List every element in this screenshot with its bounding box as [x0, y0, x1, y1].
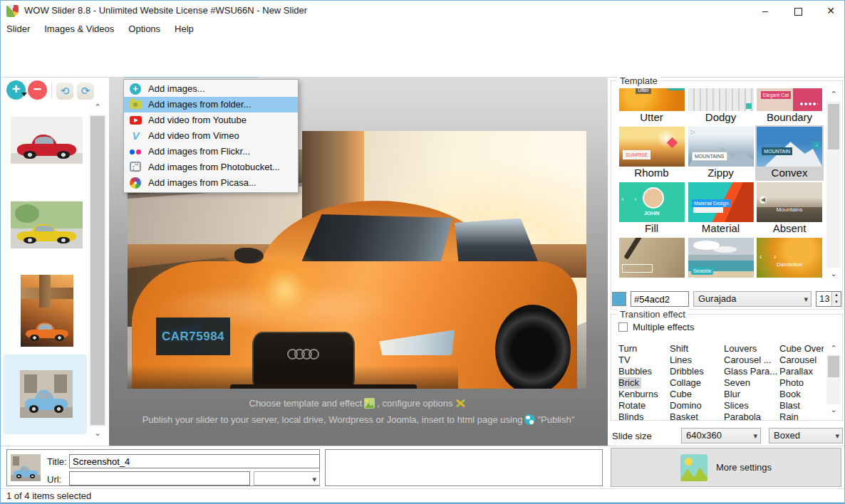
maximize-button[interactable] [786, 1, 810, 21]
effect-item[interactable]: Seven [724, 377, 779, 389]
effect-item[interactable]: Cube [670, 389, 724, 400]
effect-item[interactable]: Blinds [618, 411, 670, 420]
scroll-up-icon[interactable]: ⌃ [89, 100, 106, 115]
menu-add-images-from-folder[interactable]: Add images from folder... [124, 97, 298, 112]
sidebar-scrollbar[interactable]: ⌃ ⌄ [89, 100, 106, 441]
description-box[interactable] [325, 449, 603, 486]
scroll-up-icon[interactable]: ⌃ [826, 343, 841, 355]
menu-add-video-youtube[interactable]: Add video from Youtube [124, 112, 298, 128]
remove-slide-button[interactable]: − [28, 80, 47, 100]
effect-item-brick-selected[interactable]: Brick [618, 377, 641, 389]
url-target-select[interactable] [254, 471, 320, 485]
effect-item[interactable]: Photo [779, 377, 824, 389]
menu-images-videos[interactable]: Images & Videos [37, 21, 121, 38]
template-item-row4-1[interactable] [617, 236, 686, 280]
photobucket-icon [130, 162, 141, 172]
template-item-fill[interactable]: JOHN Fill [617, 181, 686, 236]
add-slide-button[interactable]: + [6, 80, 26, 100]
close-button[interactable]: ✕ [819, 1, 843, 21]
multiple-effects-checkbox[interactable] [618, 322, 628, 332]
app-window: WOW Slider 8.8 - Unlimited Website Licen… [0, 0, 845, 504]
effect-item[interactable]: Lines [670, 355, 724, 366]
scrollbar-thumb[interactable] [828, 104, 839, 149]
menu-add-images-photobucket[interactable]: Add images from Photobucket... [124, 159, 298, 175]
effect-item[interactable]: Blast [779, 400, 824, 411]
effect-item[interactable]: Parabola [724, 411, 779, 420]
effect-item[interactable]: Kenburns [618, 389, 670, 400]
effects-scrollbar[interactable]: ⌃ ⌄ [826, 343, 841, 416]
slide-mode-select[interactable]: Boxed [769, 428, 843, 443]
menu-add-video-vimeo[interactable]: V Add video from Vimeo [124, 128, 298, 144]
template-chip: Mountains [757, 206, 822, 214]
slide-thumbnail-blue-compact-car[interactable] [20, 370, 73, 418]
effect-item[interactable]: Basket [670, 411, 724, 420]
template-item-utter[interactable]: Utter Utter [617, 88, 686, 125]
effect-item[interactable]: Rain [779, 411, 824, 420]
multiple-effects-label: Multiple effects [633, 322, 694, 333]
effect-item[interactable]: Dribbles [670, 366, 724, 377]
template-item-row4-3[interactable]: Dandelion [755, 236, 824, 280]
slide-size-select[interactable]: 640x360 [681, 428, 761, 443]
slide-caption[interactable]: CAR75984 [156, 317, 230, 355]
menu-item-label: Add images from Photobucket... [148, 162, 280, 172]
template-item-boundary[interactable]: Elegant Cat Boundary [755, 88, 824, 125]
more-settings-button[interactable]: More settings [611, 448, 841, 487]
effect-item[interactable]: Slices [724, 400, 779, 411]
effect-item[interactable]: Bubbles [618, 366, 670, 377]
effect-item[interactable]: Blur [724, 389, 779, 400]
effect-item[interactable]: Carousel [779, 355, 824, 366]
scroll-up-icon[interactable]: ⌃ [826, 88, 841, 101]
caption-font-select[interactable]: Gurajada [693, 291, 812, 307]
menu-slider[interactable]: Slider [6, 21, 37, 38]
menu-item-label: Add images from Picasa... [148, 177, 256, 188]
url-input[interactable] [69, 471, 250, 485]
caption-color-input[interactable] [631, 291, 689, 307]
url-label: Url: [47, 474, 61, 485]
hint-text: Publish your slider to your server, loca… [142, 414, 523, 425]
effect-item[interactable]: Shift [670, 343, 724, 355]
slide-thumbnail-yellow-sports-car[interactable] [11, 201, 83, 248]
effect-item[interactable]: Collage [670, 377, 724, 389]
template-scrollbar[interactable]: ⌃ ⌄ [826, 88, 841, 280]
spinner-up-icon[interactable]: ▲ [831, 292, 841, 299]
scrollbar-thumb[interactable] [828, 356, 839, 377]
font-size-spinner[interactable]: 13 ▲ ▼ [816, 291, 841, 307]
menu-add-images[interactable]: + Add images... [124, 81, 298, 97]
effect-item[interactable]: TV [618, 355, 670, 366]
menu-options[interactable]: Options [121, 21, 167, 38]
globe-icon [524, 414, 535, 425]
scroll-down-icon[interactable]: ⌄ [89, 426, 106, 441]
scroll-down-icon[interactable]: ⌄ [826, 268, 841, 280]
template-item-material[interactable]: Material Design Material [686, 181, 755, 236]
effect-item[interactable]: Carousel ... [724, 355, 779, 366]
spinner-down-icon[interactable]: ▼ [831, 299, 841, 306]
effect-item[interactable]: Book [779, 389, 824, 400]
effect-item[interactable]: Parallax [779, 366, 824, 377]
template-item-absent[interactable]: Mountains Absent [755, 181, 824, 236]
effect-item[interactable]: Turn [618, 343, 670, 355]
menu-add-images-flickr[interactable]: Add images from Flickr... [124, 144, 298, 159]
rotate-left-button[interactable]: ⟲ [56, 83, 73, 100]
title-input[interactable] [69, 454, 320, 468]
rotate-right-button[interactable]: ⟳ [77, 83, 94, 100]
effect-item[interactable]: Louvers [724, 343, 779, 355]
template-item-convex-selected[interactable]: MOUNTAIN Convex [755, 125, 824, 181]
effect-item[interactable]: Rotate [618, 400, 670, 411]
template-item-dodgy[interactable]: Dodgy [686, 88, 755, 125]
scrollbar-thumb[interactable] [90, 116, 105, 425]
effect-item[interactable]: Cube Over [779, 343, 824, 355]
effect-item[interactable]: Glass Para... [724, 366, 779, 377]
menu-help[interactable]: Help [167, 21, 201, 38]
slide-thumbnail-red-classic-car[interactable] [11, 117, 83, 164]
template-item-row4-2[interactable]: Seaside [686, 236, 755, 280]
template-item-rhomb[interactable]: SUNRISE Rhomb [617, 125, 686, 181]
template-item-zippy[interactable]: MOUNTAINS Zippy [686, 125, 755, 181]
slide-thumbnail-orange-car-bridge[interactable] [21, 275, 73, 347]
effect-item[interactable]: Domino [670, 400, 724, 411]
effects-list: Turn Shift Louvers Cube Over TV Lines Ca… [618, 343, 824, 420]
template-chip: MOUNTAINS [692, 152, 727, 161]
menu-add-images-picasa[interactable]: Add images from Picasa... [124, 175, 298, 191]
caption-color-swatch[interactable] [612, 292, 626, 306]
minimize-button[interactable]: – [753, 1, 777, 21]
scroll-down-icon[interactable]: ⌄ [826, 404, 841, 416]
